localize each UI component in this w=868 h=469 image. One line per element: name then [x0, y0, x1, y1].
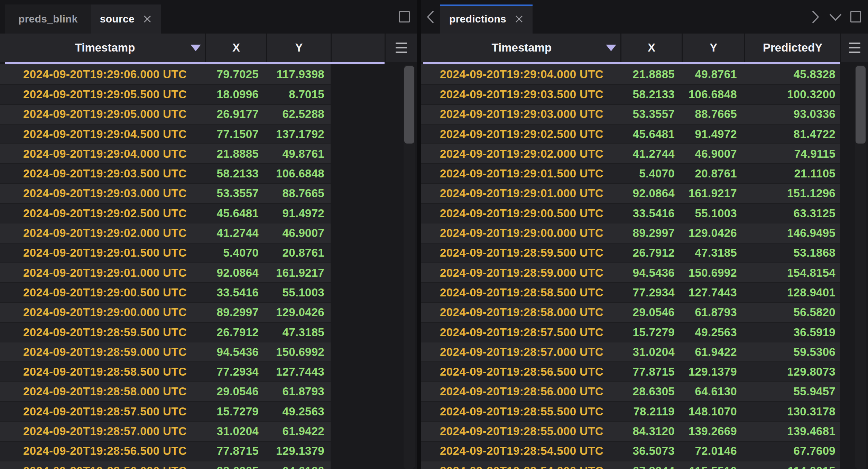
value-cell: 21.8885 [205, 144, 266, 163]
close-icon[interactable] [143, 15, 152, 24]
value-cell: 151.1296 [745, 184, 840, 203]
table-menu-button[interactable] [840, 34, 868, 62]
timestamp-cell: 2024-09-20T19:28:56.500 UTC [423, 362, 620, 381]
timestamp-cell: 2024-09-20T19:28:58.500 UTC [423, 283, 620, 302]
tab-source[interactable]: source [91, 4, 161, 34]
value-cell: 84.3120 [620, 422, 682, 441]
tab-predictions[interactable]: predictions [440, 4, 533, 34]
value-cell: 129.8073 [745, 362, 840, 381]
column-header-x[interactable]: X [205, 34, 266, 62]
value-cell: 127.7443 [682, 283, 745, 302]
value-cell: 20.8761 [266, 243, 331, 263]
timestamp-cell: 2024-09-20T19:29:03.500 UTC [5, 164, 205, 183]
value-cell: 128.9401 [745, 283, 840, 302]
timestamp-cell: 2024-09-20T19:28:54.000 UTC [423, 461, 620, 469]
close-icon[interactable] [515, 15, 524, 24]
left-tab-bar: preds_blink source [0, 0, 417, 34]
table-row: 2024-09-20T19:29:01.500 UTC5.407020.8761… [421, 163, 840, 183]
column-header-y[interactable]: Y [682, 34, 744, 62]
timestamp-cell: 2024-09-20T19:28:56.500 UTC [5, 442, 205, 461]
table-row: 2024-09-20T19:28:56.000 UTC28.630564.613… [421, 381, 840, 401]
left-panel: preds_blink source Timestamp [0, 0, 417, 469]
value-cell: 45.6481 [205, 204, 266, 223]
maximize-icon[interactable] [397, 5, 412, 29]
maximize-icon[interactable] [848, 5, 863, 29]
value-cell: 5.4070 [205, 243, 266, 263]
table-row: 2024-09-20T19:29:03.000 UTC53.355788.766… [421, 104, 840, 124]
value-cell: 150.6992 [682, 263, 745, 282]
value-cell: 55.1003 [682, 204, 745, 223]
value-cell: 36.5073 [620, 442, 682, 461]
column-header-predictedy[interactable]: PredictedY [744, 34, 840, 62]
table-row: 2024-09-20T19:28:55.500 UTC78.2119148.10… [421, 401, 840, 421]
timestamp-cell: 2024-09-20T19:29:00.000 UTC [5, 303, 205, 322]
value-cell: 49.2563 [266, 402, 331, 421]
value-cell: 49.8761 [266, 144, 331, 163]
value-cell: 53.3557 [620, 105, 682, 124]
value-cell: 62.5288 [266, 105, 331, 124]
table-row: 2024-09-20T19:29:00.000 UTC89.2997129.04… [421, 223, 840, 242]
table-row: 2024-09-20T19:29:05.500 UTC18.09968.7015 [0, 84, 331, 104]
right-table-header: Timestamp X Y PredictedY [421, 34, 868, 62]
timestamp-cell: 2024-09-20T19:28:57.500 UTC [5, 402, 205, 421]
chevron-left-icon[interactable] [421, 5, 440, 29]
value-cell: 31.0204 [205, 422, 266, 441]
scrollbar-thumb[interactable] [404, 66, 414, 144]
table-row: 2024-09-20T19:28:57.500 UTC15.727949.256… [421, 322, 840, 342]
table-row: 2024-09-20T19:28:57.500 UTC15.727949.256… [0, 401, 331, 421]
value-cell: 129.0426 [682, 223, 745, 242]
table-row: 2024-09-20T19:28:59.000 UTC94.5436150.69… [0, 342, 331, 361]
timestamp-cell: 2024-09-20T19:29:01.000 UTC [5, 263, 205, 282]
table-menu-button[interactable] [385, 34, 417, 62]
column-header-y[interactable]: Y [266, 34, 331, 62]
column-header-empty [331, 34, 385, 62]
value-cell: 129.0426 [266, 303, 331, 322]
value-cell: 79.7025 [205, 64, 266, 84]
column-header-x[interactable]: X [620, 34, 682, 62]
value-cell: 81.4722 [745, 125, 840, 144]
value-cell: 129.1379 [266, 442, 331, 461]
value-cell: 15.7279 [620, 323, 682, 342]
chevron-right-icon[interactable] [808, 5, 823, 29]
value-cell: 148.1070 [682, 402, 745, 421]
table-row: 2024-09-20T19:29:00.500 UTC33.541655.100… [421, 203, 840, 223]
value-cell: 117.9398 [266, 64, 331, 84]
value-cell: 41.2744 [620, 144, 682, 163]
table-row: 2024-09-20T19:28:54.000 UTC67.3344115.55… [421, 461, 840, 469]
scrollbar-thumb[interactable] [856, 66, 866, 144]
value-cell: 47.3185 [682, 243, 745, 263]
table-row: 2024-09-20T19:28:58.500 UTC77.2934127.74… [0, 361, 331, 381]
value-cell: 28.6305 [205, 461, 266, 469]
left-table-rows: 2024-09-20T19:29:06.000 UTC79.7025117.93… [0, 64, 331, 469]
column-header-timestamp[interactable]: Timestamp [423, 34, 620, 62]
value-cell: 106.6848 [266, 164, 331, 183]
scrollbar-track[interactable] [404, 65, 415, 469]
value-cell: 49.2563 [682, 323, 745, 342]
tab-label: preds_blink [18, 13, 78, 25]
tab-preds-blink[interactable]: preds_blink [5, 4, 91, 34]
timestamp-cell: 2024-09-20T19:29:00.000 UTC [423, 223, 620, 242]
value-cell: 61.9422 [266, 422, 331, 441]
value-cell: 91.4972 [682, 125, 745, 144]
table-row: 2024-09-20T19:29:04.000 UTC21.888549.876… [0, 144, 331, 163]
header-accent-underline [423, 62, 840, 64]
value-cell: 89.2997 [205, 303, 266, 322]
value-cell: 94.5436 [620, 263, 682, 282]
value-cell: 49.8761 [682, 64, 745, 84]
value-cell: 55.1003 [266, 283, 331, 302]
value-cell: 114.0015 [745, 461, 840, 469]
dropdown-caret-icon[interactable] [191, 45, 201, 51]
column-header-timestamp[interactable]: Timestamp [5, 34, 205, 62]
timestamp-cell: 2024-09-20T19:29:01.500 UTC [423, 164, 620, 183]
value-cell: 41.2744 [205, 223, 266, 242]
value-cell: 92.0864 [205, 263, 266, 282]
timestamp-cell: 2024-09-20T19:28:54.500 UTC [423, 442, 620, 461]
value-cell: 129.1379 [682, 362, 745, 381]
dropdown-caret-icon[interactable] [606, 45, 616, 51]
timestamp-cell: 2024-09-20T19:29:04.000 UTC [5, 144, 205, 163]
value-cell: 88.7665 [266, 184, 331, 203]
value-cell: 53.1868 [745, 243, 840, 263]
value-cell: 31.0204 [620, 342, 682, 361]
chevron-down-icon[interactable] [828, 5, 843, 29]
scrollbar-track[interactable] [855, 65, 866, 469]
